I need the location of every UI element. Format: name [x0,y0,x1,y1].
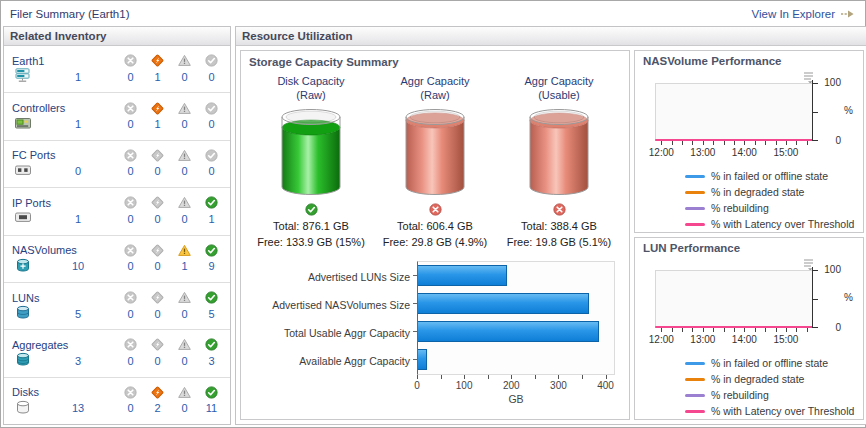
inventory-item-label[interactable]: LUNs [12,292,117,304]
status-fatal-icon [117,244,144,257]
capacity-gauge-1: Aggr Capacity(Raw) Total: 606.4 GB Free:… [373,74,497,251]
bar-category-label: Total Usable Aggr Capacity [249,319,417,347]
performance-panel-title: NASVolume Performance [641,54,857,67]
inventory-item-count[interactable]: 1 [58,213,98,225]
status-critical-count[interactable]: 0 [144,308,171,320]
inventory-item-count[interactable]: 1 [58,118,98,130]
legend-label: % rebuilding [711,202,769,214]
inventory-item-count[interactable]: 0 [58,165,98,177]
status-critical-count[interactable]: 0 [144,260,171,272]
bar [418,321,599,342]
filer-icon [12,68,58,85]
legend-item: % in failed or offline state [685,170,857,182]
status-fatal-count[interactable]: 0 [117,165,144,177]
status-warning-count[interactable]: 0 [171,165,198,177]
filer-summary-page: Filer Summary (Earth1) View In Explorer … [0,0,866,428]
status-critical-count[interactable]: 0 [144,165,171,177]
status-fatal-count[interactable]: 0 [117,308,144,320]
legend-label: % with Latency over Threshold [711,405,854,417]
inventory-row-luns[interactable]: LUNs 5 0005 [4,283,230,330]
inventory-row-ip-ports[interactable]: IP Ports 1 0001 [4,188,230,235]
time-tick-label: 12:00 [649,334,674,345]
status-critical-icon [144,149,171,162]
inventory-item-count[interactable]: 10 [58,260,98,272]
status-critical-count[interactable]: 1 [144,71,171,83]
status-fatal-count[interactable]: 0 [117,213,144,225]
status-critical-icon [144,102,171,115]
status-normal-icon [198,386,225,399]
arrow-right-icon [840,9,855,19]
status-critical-count[interactable]: 2 [144,402,171,414]
inventory-row-disks[interactable]: Disks 13 02011 [4,378,230,424]
status-normal-count[interactable]: 0 [198,71,225,83]
status-normal-count[interactable]: 9 [198,260,225,272]
inventory-item-label[interactable]: Controllers [12,102,117,114]
inventory-item-label[interactable]: NASVolumes [12,244,117,256]
legend-label: % in failed or offline state [711,357,828,369]
status-critical-count[interactable]: 1 [144,118,171,130]
time-tick-label: 12:00 [649,147,674,158]
legend-label: % in failed or offline state [711,170,828,182]
gauge-status-ok-icon [249,203,373,218]
inventory-item-count[interactable]: 1 [58,71,98,83]
inventory-row-aggregates[interactable]: Aggregates 3 0003 [4,330,230,377]
resource-utilization-panel: Resource Utilization Storage Capacity Su… [235,26,866,425]
status-warning-icon [171,196,198,209]
inventory-item-label[interactable]: Aggregates [12,339,117,351]
status-warning-count[interactable]: 0 [171,308,198,320]
status-critical-count[interactable]: 0 [144,355,171,367]
status-fatal-count[interactable]: 0 [117,355,144,367]
status-warning-count[interactable]: 0 [171,71,198,83]
status-warning-count[interactable]: 0 [171,213,198,225]
legend-label: % with Latency over Threshold [711,218,854,230]
y-min-label: 0 [835,322,841,333]
inventory-item-label[interactable]: Earth1 [12,55,117,67]
status-critical-count[interactable]: 0 [144,213,171,225]
inventory-item-count[interactable]: 5 [58,308,98,320]
inventory-item-label[interactable]: Disks [12,386,117,398]
status-normal-count[interactable]: 0 [198,165,225,177]
legend-item: % in degraded state [685,373,857,385]
status-fatal-count[interactable]: 0 [117,71,144,83]
legend-swatch [685,223,705,226]
inventory-item-label[interactable]: FC Ports [12,149,117,161]
x-tick-label: 100 [456,380,473,391]
inventory-item-count[interactable]: 3 [58,355,98,367]
inventory-item-count[interactable]: 13 [58,402,98,414]
gauge-free: Free: 19.8 GB (5.1%) [497,234,621,251]
status-fatal-count[interactable]: 0 [117,260,144,272]
inventory-row-earth1[interactable]: Earth1 1 0100 [4,46,230,93]
status-warning-count[interactable]: 0 [171,355,198,367]
gauge-total: Total: 606.4 GB [373,218,497,235]
status-normal-count[interactable]: 3 [198,355,225,367]
inventory-row-controllers[interactable]: Controllers 1 0100 [4,93,230,140]
status-fatal-count[interactable]: 0 [117,118,144,130]
status-fatal-count[interactable]: 0 [117,402,144,414]
status-fatal-icon [117,338,144,351]
capacity-cylinder [520,106,598,200]
bar-category-label: Advertised NASVolumes Size [249,291,417,319]
inventory-item-label[interactable]: IP Ports [12,197,117,209]
performance-plot: 100 0 % [655,83,813,141]
gauge-total: Total: 876.1 GB [249,218,373,235]
status-fatal-icon [117,291,144,304]
status-normal-count[interactable]: 11 [198,402,225,414]
status-fatal-icon [117,196,144,209]
status-warning-count[interactable]: 1 [171,260,198,272]
status-fatal-icon [117,386,144,399]
status-normal-count[interactable]: 5 [198,308,225,320]
status-normal-count[interactable]: 1 [198,213,225,225]
status-warning-count[interactable]: 0 [171,118,198,130]
status-normal-count[interactable]: 0 [198,118,225,130]
capacity-gauges: Disk Capacity(Raw) Total: 876.1 GB Free:… [249,70,621,251]
performance-column: NASVolume Performance 100 0 % 12:0013:00… [634,50,864,420]
status-normal-icon [198,102,225,115]
x-tick-label: 0 [414,380,420,391]
status-warning-count[interactable]: 0 [171,402,198,414]
capacity-bar-chart: Advertised LUNs SizeAdvertised NASVolume… [249,261,621,415]
inventory-row-fc-ports[interactable]: FC Ports 0 0000 [4,141,230,188]
inventory-row-nasvolumes[interactable]: NASVolumes 10 0019 [4,236,230,283]
legend-item: % rebuilding [685,202,857,214]
view-in-explorer-link[interactable]: View In Explorer [751,8,855,20]
x-tick-label: 300 [550,380,567,391]
